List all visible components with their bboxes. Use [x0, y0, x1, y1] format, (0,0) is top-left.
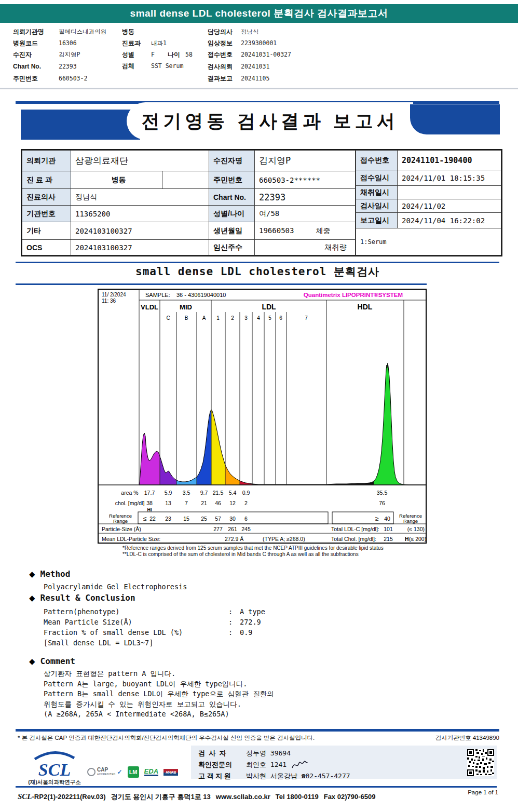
chol-value: 46 [215, 500, 221, 506]
cell-label: 진 료 과 [22, 171, 71, 189]
cell-label: 성별/나이 [209, 206, 255, 222]
cell-label: 기타 [22, 222, 71, 240]
area-value: 5.9 [165, 490, 172, 496]
ref-value: 57 [215, 516, 221, 522]
scl-arc-icon [30, 751, 79, 760]
sample-id: 36 - 430619040010 [176, 292, 226, 298]
field-value: 필메디스내과의원 [59, 26, 106, 37]
result-heading: Result & Conclusion [40, 593, 135, 603]
sample-label: SAMPLE: [145, 292, 170, 298]
chart-date: 11/ 2/2024 [102, 292, 126, 297]
cell-label: 임신주수 [209, 240, 255, 255]
diamond-bullet-icon: ◆ [29, 593, 35, 603]
chol-value: 13 [165, 500, 171, 506]
banner-title-box: 전기영동 검사결과 보고서 [127, 102, 413, 140]
footer-address: 경기도 용인시 기흥구 흥덕1로 13 [111, 792, 211, 802]
total-chol-label: Total Chol. [mg/dl]: [331, 536, 376, 542]
field-value: 20241031 [241, 61, 269, 72]
field-label: 수진자 [13, 49, 59, 60]
field-label: 병동 [122, 26, 151, 37]
result-rows: Pattern(phenotype) : A type Mean Particl… [44, 606, 355, 648]
banner-title: 전기영동 검사결과 보고서 [141, 109, 398, 133]
staff-panel: 검 사 자 정두영 39694 확인전문의 최인호 1241 고 객 지 원 박… [191, 746, 497, 779]
staff-value: 박사현 서울강남 ☎02-457-4277 [246, 772, 350, 781]
area-value: 5.4 [229, 490, 237, 496]
total-ldl-value: 101 [384, 526, 393, 532]
footnote: **LDL-C is comprised of the sum of chole… [122, 551, 444, 558]
cell-value: 11365200 [71, 206, 209, 222]
band-sub: C [166, 315, 170, 321]
row-label-area: area % [121, 490, 138, 496]
band-sub: A [202, 315, 206, 321]
h-flag: H [405, 536, 409, 542]
page-number: Page 1 of 1 [415, 789, 498, 795]
method-heading-row: ◆ Method [29, 569, 70, 579]
cell-value: 병동 [71, 171, 162, 189]
chol-value: 76 [379, 500, 385, 506]
mean-size-value: 272.9 Å [225, 536, 243, 542]
cell-value: 19660503 체중 [255, 222, 356, 240]
area-value: 17.7 [144, 490, 155, 496]
method-body: Polyacrylamide Gel Electrophoresis [44, 583, 187, 591]
result-colon: : [228, 628, 240, 637]
total-chol-value: 215 [384, 536, 393, 542]
cell-value: 2024/11/01 18:15:35 [398, 170, 501, 186]
cell-label: 생년월일 [209, 222, 255, 240]
cell-value: 2024/11/02 [398, 199, 501, 213]
field-value: SST Serum [151, 60, 183, 72]
diamond-bullet-icon: ◆ [29, 570, 35, 579]
anab-logo: ANAB [163, 769, 178, 776]
check-icon: ✓ [117, 768, 122, 776]
mean-size-label: Mean LDL-Particle Size: [102, 536, 160, 542]
scl-logo: SCL (재)서울의과학연구소 [23, 751, 86, 786]
field-label: 검사의뢰 [208, 61, 241, 72]
particle-size-label: Particle-Size (Å) [102, 526, 141, 532]
field-label: 담당의사 [208, 26, 241, 37]
doc-scl-text: SCL [18, 792, 32, 801]
result-value: 272.9 [240, 618, 261, 626]
footer-rule-top [16, 729, 499, 732]
area-value: 35.5 [377, 490, 388, 496]
staff-value: 최인호 1241 [246, 760, 287, 769]
footer-website: www.scllab.co.kr [216, 793, 270, 801]
comment-line: Pattern B는 small dense LDL이 우세한 type으로 심… [44, 689, 407, 699]
order-info-table: 의뢰기관 삼광의료재단 수진자명 김지영P 진 료 과 병동 주민번호 6605… [21, 149, 502, 256]
patient-header-col2: 병동 진료과내과1 성별F나이58 검체SST Serum [122, 26, 205, 72]
band-group-hdl: HDL [358, 303, 373, 311]
ref-value: 22 [149, 516, 156, 522]
chart-time: 11: 36 [102, 298, 116, 304]
comment-heading-row: ◆ Comment [29, 656, 75, 666]
band-sub: 2 [231, 315, 234, 321]
field-label: 접수번호 [208, 49, 241, 60]
area-value: 21.5 [213, 490, 224, 496]
section-rule-top [16, 262, 499, 263]
row-label-chol: chol. [mg/dl] [115, 500, 145, 506]
cell-value: 22393 [255, 189, 356, 206]
result-colon: : [228, 607, 240, 616]
cell-label: 채취일시 [356, 186, 398, 199]
result-value: 0.9 [240, 628, 252, 637]
ref-range-label: Range [113, 518, 128, 524]
signature-icon [291, 759, 308, 770]
result-label: Mean Particle Size(Å) [44, 618, 228, 626]
cell-value: 2024/11/04 16:22:02 [398, 213, 501, 228]
field-value: 정남식 [241, 26, 259, 37]
cell-value: 삼광의료재단 [71, 151, 209, 171]
cell-value [162, 171, 209, 189]
cell-value: 여/58 [255, 206, 356, 222]
footer-rule-bottom [16, 786, 497, 788]
cell-label: OCS [22, 240, 71, 255]
patient-header-col3: 담당의사정남식 임상정보2239300001 접수번호20241031-0032… [208, 26, 363, 84]
cell-label: 수진자명 [209, 151, 255, 171]
cell-label: 접수일시 [356, 170, 398, 186]
comment-body: 상기환자 표현형은 pattern A 입니다. Pattern A는 larg… [44, 669, 407, 720]
comment-line: (A ≥268A, 265A < Intermediate <268A, B≤2… [44, 709, 407, 720]
field-label: 결과보고 [208, 73, 241, 84]
cap-subtext: ACCREDITED [97, 772, 116, 777]
result-value: A type [240, 607, 265, 616]
certification-note: * 본 검사실은 CAP 인증과 대한진단검사의학회/진단검사의학재단의 우수검… [18, 734, 315, 742]
mean-size-type: (TYPE A; ≥268.0) [263, 536, 305, 542]
band-sub: B [185, 315, 188, 321]
cell-label: 기관번호 [22, 206, 71, 222]
le-sign: ≤ [143, 515, 147, 522]
